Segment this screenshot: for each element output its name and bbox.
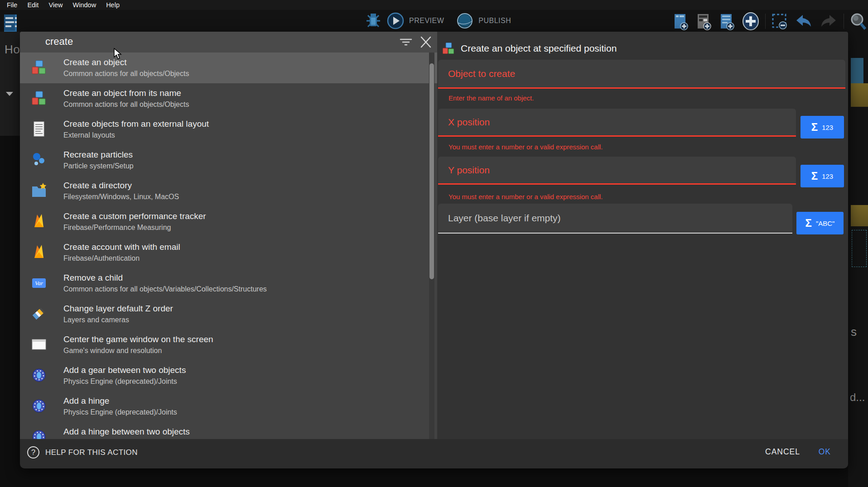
panel-header: Create an object at specified position	[442, 42, 617, 55]
menu-bar: File Edit View Window Help	[0, 0, 868, 10]
redo-icon[interactable]	[819, 12, 839, 30]
layer-expression-editor-button[interactable]: Σ "ABC"	[796, 212, 844, 234]
y-position-field[interactable]: Y position	[438, 157, 796, 185]
action-list-item[interactable]: Create objects from an external layout E…	[20, 114, 437, 145]
cubes-icon	[31, 90, 47, 106]
menu-window[interactable]: Window	[68, 1, 101, 9]
project-manager-icon[interactable]	[3, 14, 19, 33]
sigma-icon: Σ	[805, 218, 812, 229]
edit-selection-icon[interactable]	[771, 12, 789, 30]
cubes-icon	[442, 42, 455, 55]
action-list-item[interactable]: Center the game window on the screen Gam…	[20, 329, 437, 360]
toolbar-center: PREVIEW PUBLISH	[365, 12, 511, 30]
action-title: Recreate particles	[63, 148, 134, 161]
action-title: Create objects from an external layout	[63, 118, 209, 130]
action-group: Firebase/Performance Measuring	[63, 222, 206, 233]
action-title: Create a custom performance tracker	[63, 210, 206, 222]
add-circle-icon[interactable]	[741, 12, 760, 31]
action-title: Create an object from its name	[63, 87, 189, 99]
action-title: Center the game window on the screen	[63, 333, 213, 345]
debug-icon[interactable]	[365, 12, 382, 30]
ok-button[interactable]: OK	[819, 447, 831, 457]
panel-title: Create an object at specified position	[461, 43, 617, 54]
list-scrollbar-thumb[interactable]	[429, 63, 434, 279]
app-window: File Edit View Window Help PREVIEW	[0, 0, 868, 487]
background-scrollbar-fragment	[851, 58, 863, 83]
game-window-icon	[31, 336, 47, 353]
x-error-text: You must enter a number or a valid expre…	[448, 143, 603, 151]
filter-icon[interactable]	[399, 35, 413, 49]
x-expression-editor-button[interactable]: Σ 123	[800, 116, 844, 138]
action-list-item[interactable]: Add a hinge Physics Engine (deprecated)/…	[20, 391, 437, 422]
home-tab-fragment: Ho	[5, 43, 20, 57]
action-list-item[interactable]: Create a custom performance tracker Fire…	[20, 206, 437, 237]
action-list-item[interactable]: Change layer default Z order Layers and …	[20, 299, 437, 329]
help-icon: ?	[27, 446, 39, 458]
action-parameters-panel: Create an object at specified position O…	[437, 32, 848, 439]
background-object-fragment	[851, 83, 868, 107]
object-to-create-field[interactable]: Object to create	[438, 60, 845, 89]
add-external-layout-icon[interactable]	[718, 12, 736, 30]
background-text-fragment-s: s	[851, 325, 857, 339]
action-chooser-dialog: create Create an object Common actions f…	[20, 32, 848, 468]
action-group: Physics Engine (deprecated)/Joints	[63, 376, 186, 387]
action-list: Create an object Common actions for all …	[20, 53, 437, 439]
background-text-fragment-d: d...	[850, 391, 865, 404]
preview-play-icon[interactable]	[386, 12, 405, 30]
cubes-icon	[31, 59, 47, 76]
x-position-field[interactable]: X position	[438, 109, 796, 137]
action-title: Create an object	[63, 56, 189, 68]
y-expression-editor-button[interactable]: Σ 123	[800, 165, 844, 187]
undo-icon[interactable]	[794, 12, 814, 30]
y-error-text: You must enter a number or a valid expre…	[448, 193, 603, 201]
dialog-footer: ? HELP FOR THIS ACTION CANCEL OK	[20, 439, 848, 468]
y-position-label: Y position	[448, 165, 490, 176]
action-list-item[interactable]: Create an object from its name Common ac…	[20, 83, 437, 114]
preview-label[interactable]: PREVIEW	[409, 17, 444, 25]
add-external-events-icon[interactable]	[695, 12, 713, 30]
x-position-label: X position	[448, 117, 490, 128]
physics-joint-icon	[31, 429, 47, 439]
layers-eraser-icon	[31, 306, 47, 322]
search-magnifier-icon[interactable]	[849, 12, 867, 31]
dropdown-arrow-icon[interactable]	[6, 92, 13, 96]
action-group: External layouts	[63, 130, 209, 140]
layout-document-icon	[31, 121, 47, 137]
action-list-item[interactable]: Recreate particles Particle system/Setup	[20, 145, 437, 176]
layer-field[interactable]: Layer (base layer if empty)	[438, 204, 792, 234]
menu-view[interactable]: View	[43, 1, 68, 9]
action-title: Remove a child	[63, 272, 267, 284]
action-group: Layers and cameras	[63, 315, 173, 325]
publish-globe-icon[interactable]	[456, 12, 474, 30]
action-list-item[interactable]: Add a hinge between two objects Physics …	[20, 422, 437, 439]
background-selection-fragment	[852, 230, 867, 267]
particles-icon	[31, 152, 47, 168]
action-list-item[interactable]: Remove a child Common actions for all ob…	[20, 268, 437, 299]
action-group: Common actions for all objects/Variables…	[63, 284, 267, 294]
physics-joint-icon	[31, 367, 47, 383]
search-input[interactable]: create	[45, 36, 73, 48]
action-group: Particle system/Setup	[63, 161, 134, 171]
menu-file[interactable]: File	[2, 1, 22, 9]
help-button[interactable]: ? HELP FOR THIS ACTION	[27, 446, 138, 458]
publish-label[interactable]: PUBLISH	[478, 17, 511, 25]
action-list-item[interactable]: Add a gear between two objects Physics E…	[20, 360, 437, 391]
action-list-item[interactable]: Create account with with email Firebase/…	[20, 237, 437, 268]
action-title: Add a hinge	[63, 395, 177, 407]
search-bar: create	[20, 32, 437, 53]
cancel-button[interactable]: CANCEL	[765, 447, 800, 457]
add-scene-icon[interactable]	[672, 12, 690, 30]
sigma-icon: Σ	[811, 171, 818, 181]
sigma-icon: Σ	[811, 122, 818, 133]
action-title: Create account with with email	[63, 241, 180, 253]
close-icon[interactable]	[419, 35, 433, 49]
menu-help[interactable]: Help	[101, 1, 125, 9]
variable-icon	[31, 275, 47, 291]
action-group: Game's window and resolution	[63, 345, 213, 356]
object-to-create-label: Object to create	[448, 68, 515, 79]
physics-joint-icon	[31, 398, 47, 414]
menu-edit[interactable]: Edit	[22, 1, 43, 9]
action-list-item[interactable]: Create an object Common actions for all …	[20, 53, 437, 83]
list-scrollbar	[429, 53, 434, 439]
action-list-item[interactable]: Create a directory Filesystem/Windows, L…	[20, 176, 437, 206]
